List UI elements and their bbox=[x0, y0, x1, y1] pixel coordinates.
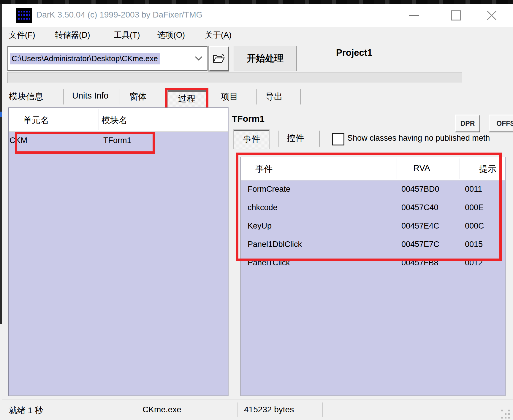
tab-separator bbox=[278, 131, 278, 147]
progress-bar bbox=[7, 72, 462, 83]
status-separator bbox=[322, 402, 323, 417]
open-folder-icon bbox=[213, 54, 225, 64]
units-column-unit-name[interactable]: 单元名 bbox=[23, 115, 49, 126]
column-divider[interactable] bbox=[99, 109, 99, 130]
offset-button-label: OFFS bbox=[496, 120, 513, 128]
selected-class-title: TForm1 bbox=[232, 114, 265, 124]
dpr-button-label: DPR bbox=[460, 120, 475, 128]
tab-separator bbox=[300, 89, 301, 104]
tab-export[interactable]: 导出 bbox=[265, 91, 283, 103]
menu-about[interactable]: 关于(A) bbox=[205, 30, 232, 40]
start-processing-button[interactable]: 开始处理 bbox=[234, 46, 297, 71]
tab-separator bbox=[63, 89, 64, 104]
app-window: DarK 3.50.04 (c) 1999-2003 by DaFixer/TM… bbox=[0, 0, 513, 420]
tab-separator bbox=[256, 89, 256, 104]
project-name-label: Project1 bbox=[336, 47, 372, 58]
background-window-blue-fragment bbox=[0, 112, 2, 117]
subtab-events-label: 事件 bbox=[243, 133, 260, 145]
tab-forms[interactable]: 窗体 bbox=[129, 91, 147, 103]
background-window-edge-top bbox=[0, 0, 513, 4]
menu-dumper[interactable]: 转储器(D) bbox=[55, 30, 90, 40]
annotation-box-unit-row bbox=[15, 132, 155, 154]
units-column-module-name[interactable]: 模块名 bbox=[102, 115, 127, 126]
status-filesize: 415232 bytes bbox=[244, 405, 294, 414]
tab-separator bbox=[120, 89, 120, 104]
tab-procedures-label: 过程 bbox=[178, 93, 195, 105]
close-button[interactable] bbox=[484, 9, 499, 22]
resize-grip-icon[interactable] bbox=[501, 410, 503, 411]
menu-tools[interactable]: 工具(T) bbox=[114, 30, 140, 40]
menu-file[interactable]: 文件(F) bbox=[9, 30, 35, 40]
show-classes-checkbox-label[interactable]: Show classes having no published meth bbox=[347, 134, 513, 143]
minimize-icon bbox=[409, 15, 419, 16]
units-header-row: 单元名 模块名 bbox=[9, 108, 228, 132]
tab-separator bbox=[319, 131, 320, 147]
maximize-icon bbox=[451, 10, 461, 20]
file-path-value[interactable]: C:\Users\Administrator\Desktop\CKme.exe bbox=[10, 53, 160, 64]
menu-options[interactable]: 选项(O) bbox=[157, 30, 185, 40]
file-path-combobox[interactable]: C:\Users\Administrator\Desktop\CKme.exe bbox=[7, 46, 208, 71]
subtab-controls[interactable]: 控件 bbox=[287, 132, 304, 144]
status-filename: CKme.exe bbox=[142, 405, 181, 414]
status-bar: 就绪 1 秒 CKme.exe 415232 bytes bbox=[2, 400, 513, 420]
show-classes-checkbox[interactable] bbox=[332, 133, 344, 145]
status-ready-label: 就绪 1 秒 bbox=[9, 405, 43, 416]
annotation-box-events-table bbox=[236, 153, 502, 261]
subtab-events[interactable]: 事件 bbox=[233, 129, 270, 149]
background-window-edge-left bbox=[0, 4, 2, 324]
annotation-box-procedures-tab: 过程 bbox=[165, 88, 208, 110]
close-icon bbox=[487, 10, 497, 20]
minimize-button[interactable] bbox=[406, 9, 422, 22]
status-separator bbox=[238, 402, 238, 417]
offset-button[interactable]: OFFS bbox=[489, 115, 513, 132]
chevron-down-icon bbox=[195, 56, 202, 61]
tab-project[interactable]: 项目 bbox=[221, 91, 238, 103]
maximize-button[interactable] bbox=[448, 9, 464, 22]
start-processing-label: 开始处理 bbox=[247, 52, 284, 65]
tab-units-info[interactable]: Units Info bbox=[72, 91, 109, 101]
combobox-dropdown-button[interactable] bbox=[191, 47, 206, 69]
tab-procedures[interactable]: 过程 bbox=[167, 90, 206, 108]
tab-module-info[interactable]: 模块信息 bbox=[9, 91, 43, 103]
dpr-button[interactable]: DPR bbox=[455, 115, 480, 132]
app-icon bbox=[16, 8, 32, 23]
browse-file-button[interactable] bbox=[209, 46, 229, 71]
window-title: DarK 3.50.04 (c) 1999-2003 by DaFixer/TM… bbox=[36, 10, 202, 20]
